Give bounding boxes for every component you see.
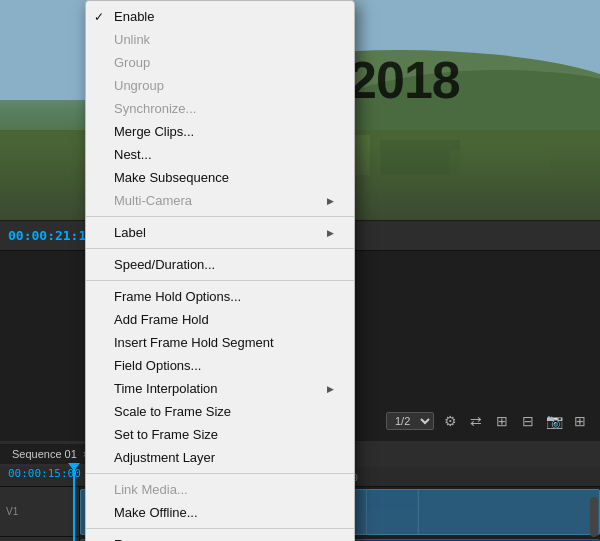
- menu-item-time-interpolation[interactable]: Time Interpolation: [86, 377, 354, 400]
- menu-item-make-subsequence[interactable]: Make Subsequence: [86, 166, 354, 189]
- main-timecode: 00:00:21:16: [8, 228, 94, 243]
- context-menu: EnableUnlinkGroupUngroupSynchronize...Me…: [85, 0, 355, 541]
- menu-item-label-multi-camera: Multi-Camera: [114, 193, 327, 208]
- camera-icon[interactable]: 📷: [544, 411, 564, 431]
- track-row-a1: A1: [0, 537, 79, 541]
- svg-rect-7: [450, 150, 550, 175]
- menu-item-label-set-to-frame: Set to Frame Size: [114, 427, 334, 442]
- track-headers: V1 A1 A2: [0, 487, 80, 541]
- menu-item-label-merge-clips: Merge Clips...: [114, 124, 334, 139]
- menu-item-label-insert-frame-hold: Insert Frame Hold Segment: [114, 335, 334, 350]
- menu-item-label-scale-to-frame: Scale to Frame Size: [114, 404, 334, 419]
- menu-item-ungroup: Ungroup: [86, 74, 354, 97]
- menu-item-label-sync: Synchronize...: [114, 101, 334, 116]
- sequence-name: Sequence 01: [12, 448, 77, 460]
- menu-item-multi-camera: Multi-Camera: [86, 189, 354, 212]
- menu-item-adjustment-layer[interactable]: Adjustment Layer: [86, 446, 354, 469]
- wrench-icon[interactable]: ⚙: [440, 411, 460, 431]
- grid-icon[interactable]: ⊞: [570, 411, 590, 431]
- menu-item-speed-duration[interactable]: Speed/Duration...: [86, 253, 354, 276]
- menu-item-insert-frame-hold[interactable]: Insert Frame Hold Segment: [86, 331, 354, 354]
- menu-item-link-media: Link Media...: [86, 478, 354, 501]
- menu-item-label-field-options: Field Options...: [114, 358, 334, 373]
- menu-item-label-link-media: Link Media...: [114, 482, 334, 497]
- menu-item-frame-hold-options[interactable]: Frame Hold Options...: [86, 285, 354, 308]
- overwrite-icon[interactable]: ⊟: [518, 411, 538, 431]
- menu-item-label[interactable]: Label: [86, 221, 354, 244]
- svg-rect-23: [418, 490, 419, 535]
- menu-item-merge-clips[interactable]: Merge Clips...: [86, 120, 354, 143]
- menu-item-label-make-offline: Make Offline...: [114, 505, 334, 520]
- menu-item-label-rename: Rename...: [114, 537, 334, 541]
- scroll-v[interactable]: [590, 497, 598, 537]
- toolbar-right: 1/2 Full 1/4 ⚙ ⇄ ⊞ ⊟ 📷 ⊞: [386, 411, 590, 431]
- menu-item-sync: Synchronize...: [86, 97, 354, 120]
- arrow-keys-icon[interactable]: ⇄: [466, 411, 486, 431]
- menu-item-enable[interactable]: Enable: [86, 5, 354, 28]
- menu-item-label-frame-hold-options: Frame Hold Options...: [114, 289, 334, 304]
- menu-separator: [86, 216, 354, 217]
- menu-item-label-time-interpolation: Time Interpolation: [114, 381, 327, 396]
- menu-item-label-speed-duration: Speed/Duration...: [114, 257, 334, 272]
- menu-item-label-enable: Enable: [114, 9, 334, 24]
- menu-item-label-nest: Nest...: [114, 147, 334, 162]
- menu-item-label-adjustment-layer: Adjustment Layer: [114, 450, 334, 465]
- menu-item-label-group: Group: [114, 55, 334, 70]
- menu-item-add-frame-hold[interactable]: Add Frame Hold: [86, 308, 354, 331]
- menu-item-nest[interactable]: Nest...: [86, 143, 354, 166]
- insert-icon[interactable]: ⊞: [492, 411, 512, 431]
- menu-separator: [86, 528, 354, 529]
- track-v1-label: V1: [6, 506, 18, 517]
- menu-item-field-options[interactable]: Field Options...: [86, 354, 354, 377]
- menu-item-rename[interactable]: Rename...: [86, 533, 354, 541]
- menu-separator: [86, 280, 354, 281]
- menu-item-label-make-subsequence: Make Subsequence: [114, 170, 334, 185]
- playhead[interactable]: [73, 467, 75, 541]
- menu-item-set-to-frame[interactable]: Set to Frame Size: [86, 423, 354, 446]
- menu-item-group: Group: [86, 51, 354, 74]
- menu-item-label-add-frame-hold: Add Frame Hold: [114, 312, 334, 327]
- timeline-timecode: 00:00:15:00: [8, 467, 81, 480]
- svg-rect-5: [380, 140, 460, 175]
- track-row-v1: V1: [0, 487, 79, 537]
- menu-item-label-unlink: Unlink: [114, 32, 334, 47]
- menu-item-label-label: Label: [114, 225, 327, 240]
- menu-item-unlink: Unlink: [86, 28, 354, 51]
- quality-select[interactable]: 1/2 Full 1/4: [386, 412, 434, 430]
- menu-item-label-ungroup: Ungroup: [114, 78, 334, 93]
- menu-item-make-offline[interactable]: Make Offline...: [86, 501, 354, 524]
- svg-rect-22: [366, 490, 367, 535]
- menu-separator: [86, 473, 354, 474]
- menu-item-scale-to-frame[interactable]: Scale to Frame Size: [86, 400, 354, 423]
- menu-separator: [86, 248, 354, 249]
